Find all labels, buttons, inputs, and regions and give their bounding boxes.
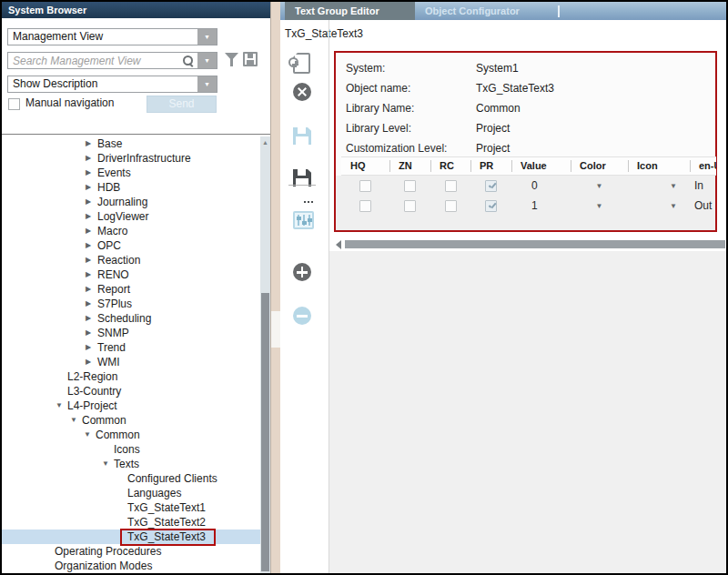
remove-row-icon[interactable]: [293, 307, 311, 325]
tree-item-label: RENO: [97, 268, 129, 281]
tree-item-report[interactable]: ▶Report: [2, 282, 260, 297]
tree-item-driverinfrastructure[interactable]: ▶DriverInfrastructure: [2, 151, 260, 166]
scroll-up-icon[interactable]: ▲: [260, 138, 270, 147]
tree-item-organization-modes[interactable]: Organization Modes: [2, 559, 260, 573]
new-badge-plus-icon: [288, 57, 298, 67]
field-label: Object name:: [346, 82, 476, 95]
collapsed-arrow-icon[interactable]: ▶: [86, 297, 97, 311]
expanded-arrow-icon[interactable]: ▼: [102, 457, 114, 471]
collapsed-arrow-icon[interactable]: ▶: [86, 253, 97, 267]
tree-item-texts[interactable]: ▼Texts: [2, 457, 260, 471]
collapsed-arrow-icon[interactable]: ▶: [86, 166, 97, 180]
expanded-arrow-icon[interactable]: ▼: [84, 428, 96, 442]
tree-item-label: Trend: [97, 341, 126, 354]
tree-item-l4-project[interactable]: ▼L4-Project: [2, 398, 260, 413]
tree-item-label: Report: [97, 283, 130, 296]
horizontal-scrollbar-thumb[interactable]: [345, 240, 725, 248]
collapsed-arrow-icon[interactable]: ▶: [86, 238, 97, 253]
save-icon[interactable]: [293, 127, 311, 145]
tree-scrollbar[interactable]: ▲: [260, 136, 270, 573]
zn-checkbox[interactable]: [404, 180, 416, 192]
panel-splitter[interactable]: [270, 2, 280, 573]
rc-checkbox[interactable]: [445, 180, 457, 192]
scroll-left-icon[interactable]: [336, 240, 341, 249]
rc-checkbox[interactable]: [445, 200, 457, 212]
tree-item-wmi[interactable]: ▶WMI: [2, 355, 260, 369]
icon-dropdown-icon[interactable]: ▼: [670, 182, 677, 190]
search-icon[interactable]: [182, 55, 195, 67]
color-dropdown-icon[interactable]: ▼: [596, 182, 603, 190]
collapsed-arrow-icon[interactable]: ▶: [86, 209, 97, 224]
tree-item-txg-statetext3[interactable]: TxG_StateText3: [2, 530, 260, 544]
table-row[interactable]: 1▼▼Out: [341, 196, 716, 216]
splitter-handle[interactable]: [271, 311, 280, 348]
expanded-arrow-icon[interactable]: ▼: [70, 413, 82, 428]
object-title: TxG_StateText3: [285, 27, 363, 40]
tree-item-events[interactable]: ▶Events: [2, 166, 260, 180]
collapsed-arrow-icon[interactable]: ▶: [86, 282, 97, 297]
delete-icon[interactable]: [293, 83, 311, 101]
tree-item-snmp[interactable]: ▶SNMP: [2, 326, 260, 340]
tree-item-icons[interactable]: Icons: [2, 442, 260, 457]
add-row-icon[interactable]: [293, 263, 311, 281]
tree-item-l3-country[interactable]: L3-Country: [2, 384, 260, 398]
tab-object-configurator[interactable]: Object Configurator: [415, 2, 557, 20]
tab-text-group-editor[interactable]: Text Group Editor: [285, 2, 415, 20]
tree-item-common[interactable]: ▼Common: [2, 413, 260, 428]
tree-scrollbar-thumb[interactable]: [261, 293, 269, 571]
hq-checkbox[interactable]: [359, 200, 371, 212]
tree-item-label: Base: [97, 137, 122, 150]
tree-item-trend[interactable]: ▶Trend: [2, 340, 260, 355]
collapsed-arrow-icon[interactable]: ▶: [86, 136, 97, 151]
tree-item-configured-clients[interactable]: Configured Clients: [2, 471, 260, 486]
collapsed-arrow-icon[interactable]: ▶: [86, 311, 97, 326]
table-row[interactable]: 0▼▼In: [341, 176, 716, 196]
cell-pr: [470, 196, 511, 216]
collapsed-arrow-icon[interactable]: ▶: [86, 340, 97, 355]
collapsed-arrow-icon[interactable]: ▶: [86, 180, 97, 195]
collapsed-arrow-icon[interactable]: ▶: [86, 151, 97, 166]
chevron-down-icon[interactable]: ▼: [197, 53, 217, 68]
pr-checkbox[interactable]: [485, 200, 497, 212]
table-header-row: HQZNRCPRValueColorIconen-US: [341, 156, 716, 176]
zn-checkbox[interactable]: [404, 200, 416, 212]
tree-item-macro[interactable]: ▶Macro: [2, 224, 260, 238]
chevron-down-icon[interactable]: ▼: [197, 29, 217, 45]
collapsed-arrow-icon[interactable]: ▶: [86, 326, 97, 340]
tree-item-journaling[interactable]: ▶Journaling: [2, 195, 260, 209]
tree-item-opc[interactable]: ▶OPC: [2, 238, 260, 253]
tree-item-base[interactable]: ▶Base: [2, 136, 260, 151]
cell-color: ▼: [571, 196, 628, 216]
view-selector-dropdown[interactable]: Management View ▼: [7, 28, 217, 45]
save-search-icon[interactable]: [243, 52, 258, 66]
collapsed-arrow-icon[interactable]: ▶: [86, 267, 97, 282]
tree-item-logviewer[interactable]: ▶LogViewer: [2, 209, 260, 224]
manual-navigation-checkbox[interactable]: [8, 98, 20, 110]
chevron-down-icon[interactable]: ▼: [197, 76, 217, 92]
description-selector-dropdown[interactable]: Show Description ▼: [7, 76, 217, 93]
pr-checkbox[interactable]: [485, 180, 497, 192]
tree-item-scheduling[interactable]: ▶Scheduling: [2, 311, 260, 326]
tree-item-operating-procedures[interactable]: Operating Procedures: [2, 544, 260, 559]
send-button[interactable]: Send: [147, 96, 217, 113]
object-properties-form: System:System1Object name:TxG_StateText3…: [346, 58, 710, 158]
column-header-icon: Icon: [628, 157, 690, 175]
tree-item-common[interactable]: ▼Common: [2, 428, 260, 442]
tree-item-reaction[interactable]: ▶Reaction: [2, 253, 260, 267]
tree-item-languages[interactable]: Languages: [2, 486, 260, 500]
search-input[interactable]: [8, 54, 182, 68]
collapsed-arrow-icon[interactable]: ▶: [86, 195, 97, 209]
tree-item-s7plus[interactable]: ▶S7Plus: [2, 297, 260, 311]
icon-dropdown-icon[interactable]: ▼: [670, 202, 677, 210]
collapsed-arrow-icon[interactable]: ▶: [86, 224, 97, 238]
filter-settings-icon[interactable]: [293, 211, 314, 229]
expanded-arrow-icon[interactable]: ▼: [56, 398, 67, 413]
collapsed-arrow-icon[interactable]: ▶: [86, 355, 97, 369]
tree-item-l2-region[interactable]: L2-Region: [2, 369, 260, 384]
color-dropdown-icon[interactable]: ▼: [596, 202, 603, 210]
hq-checkbox[interactable]: [359, 180, 371, 192]
tree-item-reno[interactable]: ▶RENO: [2, 267, 260, 282]
column-header-en_us: en-US: [690, 157, 716, 175]
tree-item-txg-statetext1[interactable]: TxG_StateText1: [2, 500, 260, 515]
tree-item-hdb[interactable]: ▶HDB: [2, 180, 260, 195]
